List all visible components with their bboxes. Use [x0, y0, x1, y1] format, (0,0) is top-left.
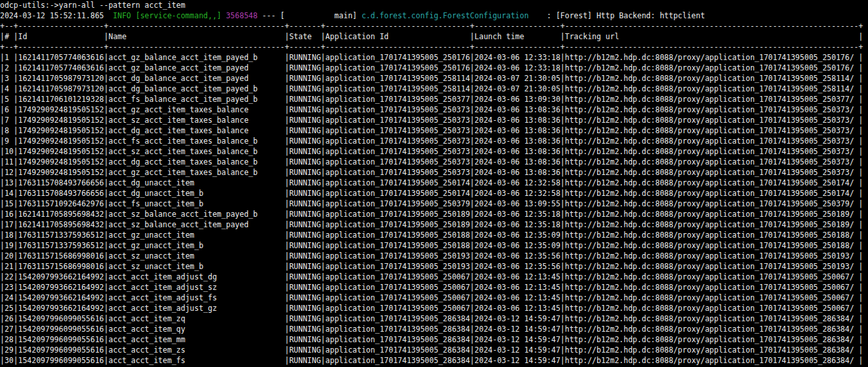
cell-tracking-url: http://b12m2.hdp.dc:8088/proxy/applicati…	[565, 261, 859, 272]
column-divider: |	[561, 356, 565, 365]
cell-num: 9	[5, 136, 14, 146]
cell-name: acct_sz_unacct_item_b	[108, 261, 285, 272]
column-divider: |	[14, 262, 18, 271]
cell-launch-time: 2024-03-06 13:09:55	[474, 199, 561, 209]
column-divider: |	[285, 95, 289, 104]
cell-num: 5	[5, 94, 14, 104]
cell-app-id: application_1701741395005_250174	[326, 188, 471, 199]
table-header-row: |#|Id|Name|State|Application Id|Launch t…	[0, 31, 868, 42]
column-divider: |	[470, 314, 474, 323]
column-divider: |	[470, 126, 474, 135]
column-divider: |	[321, 283, 326, 292]
column-divider: |	[561, 53, 565, 62]
cell-id: 1749290924819505152	[18, 104, 104, 115]
column-divider: |	[14, 116, 18, 125]
cell-launch-time: 2024-03-06 13:09:30	[474, 94, 561, 104]
column-divider: |	[285, 272, 289, 281]
table-row: |25|1542097993662164992|acct_acct_item_a…	[0, 303, 868, 313]
cell-app-id: application_1701741395005_286384	[326, 313, 471, 324]
terminal-screen[interactable]: odcp-utils:->yarn-all --pattern acct_ite…	[0, 0, 868, 367]
cell-app-id: application_1701741395005_250193	[326, 261, 471, 272]
column-divider: |	[561, 63, 565, 72]
column-divider: |	[0, 220, 5, 229]
column-divider: |	[0, 304, 5, 313]
column-divider: |	[0, 32, 5, 41]
column-divider: |	[285, 105, 289, 114]
column-divider: |	[561, 283, 565, 292]
column-divider: |	[285, 63, 289, 72]
column-divider: |	[859, 241, 863, 250]
table-row: |23|1542097993662164992|acct_acct_item_a…	[0, 282, 868, 293]
column-divider: |	[470, 74, 474, 83]
table-row: |27|1542097996099055616|acct_acct_item_q…	[0, 324, 868, 334]
column-divider: |	[470, 63, 474, 72]
column-divider: |	[561, 272, 565, 281]
column-divider: |	[561, 178, 565, 187]
column-divider: |	[470, 283, 474, 292]
cell-app-id: application_1701741395005_250067	[326, 272, 471, 282]
column-divider: |	[14, 189, 18, 198]
column-divider: |	[470, 262, 474, 271]
column-divider: |	[321, 325, 326, 334]
column-divider: |	[104, 53, 108, 62]
table-row: |8|1749290924819505152|acct_dg_acct_item…	[0, 125, 868, 136]
cell-app-id: application_1701741395005_250176	[326, 52, 471, 63]
column-divider: |	[14, 105, 18, 114]
cell-id: 1542097993662164992	[18, 293, 104, 303]
cell-num: 7	[5, 115, 14, 125]
column-divider: |	[0, 168, 5, 177]
column-divider: |	[561, 293, 565, 302]
cell-app-id: application_1701741395005_250373	[326, 167, 471, 178]
column-divider: |	[859, 74, 863, 83]
cell-num: 11	[5, 157, 14, 167]
table-row: |22|1542097993662164992|acct_acct_item_a…	[0, 272, 868, 282]
cell-tracking-url: http://b12m2.hdp.dc:8088/proxy/applicati…	[565, 293, 859, 303]
cell-state: RUNNING	[289, 104, 320, 115]
cell-tracking-url: http://b12m2.hdp.dc:8088/proxy/applicati…	[565, 146, 859, 157]
column-divider: |	[859, 283, 863, 292]
column-divider: |	[859, 189, 863, 198]
cell-tracking-url: http://b12m2.hdp.dc:8088/proxy/applicati…	[565, 167, 859, 178]
cell-name: acct_fs_acct_item_taxes_balance_b	[108, 136, 285, 146]
cell-app-id: application_1701741395005_250193	[326, 251, 471, 261]
cell-num: 13	[5, 178, 14, 188]
table-row: |7|1749290924819505152|acct_sz_acct_item…	[0, 115, 868, 125]
column-divider: |	[321, 345, 326, 355]
column-divider: |	[104, 105, 108, 114]
column-divider: |	[14, 210, 18, 219]
column-divider: |	[561, 262, 565, 271]
column-divider: |	[321, 293, 326, 302]
column-divider: |	[14, 251, 18, 261]
cell-id: 1763115708493766656	[18, 188, 104, 199]
col-header-application-id: Application Id	[326, 31, 471, 42]
column-divider: |	[470, 53, 474, 62]
cell-id: 1621411705895698432	[18, 209, 104, 219]
cell-name: acct_gz_acct_item_taxes_balance	[108, 104, 285, 115]
column-divider: |	[561, 189, 565, 198]
cell-state: RUNNING	[289, 84, 320, 94]
cell-app-id: application_1701741395005_250189	[326, 219, 471, 230]
cell-num: 30	[5, 355, 14, 366]
column-divider: |	[14, 126, 18, 135]
cell-id: 1621411705774063616	[18, 63, 104, 73]
table-border-top: +--+-------------------+----------------…	[0, 21, 868, 31]
column-divider: |	[14, 95, 18, 104]
table-row: |10|1749290924819505152|acct_sz_acct_ite…	[0, 146, 868, 157]
cell-launch-time: 2024-03-06 12:32:58	[474, 188, 561, 199]
column-divider: |	[0, 126, 5, 135]
column-divider: |	[859, 210, 863, 219]
column-divider: |	[285, 220, 289, 229]
cell-tracking-url: http://b12m2.hdp.dc:8088/proxy/applicati…	[565, 136, 859, 146]
cell-name: acct_dg_unacct_item	[108, 178, 285, 188]
column-divider: |	[470, 293, 474, 302]
cell-state: RUNNING	[289, 303, 320, 313]
cell-name: acct_sz_acct_item_taxes_balance	[108, 115, 285, 125]
cell-num: 19	[5, 240, 14, 251]
column-divider: |	[321, 335, 326, 344]
cell-num: 25	[5, 303, 14, 313]
table-row: |14|1763115708493766656|acct_dg_unacct_i…	[0, 188, 868, 199]
column-divider: |	[14, 136, 18, 146]
column-divider: |	[0, 251, 5, 261]
cell-app-id: application_1701741395005_250373	[326, 136, 471, 146]
cell-state: RUNNING	[289, 146, 320, 157]
